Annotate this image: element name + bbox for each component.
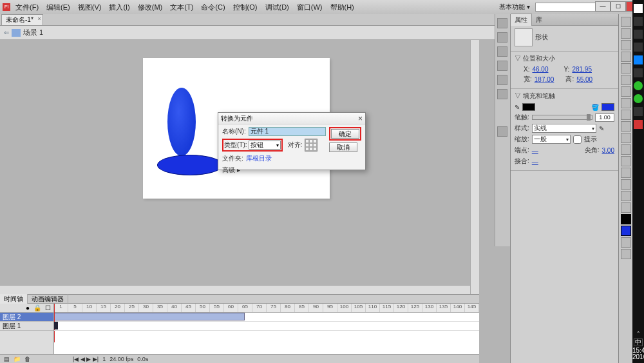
keyframe[interactable] — [54, 322, 58, 329]
dock-swatches-icon[interactable] — [497, 89, 507, 99]
delete-layer-icon[interactable]: 🗑 — [24, 356, 30, 362]
join-value[interactable]: — — [532, 158, 538, 165]
stroke-style-select[interactable]: 实线 — [532, 124, 596, 133]
folder-link[interactable]: 库根目录 — [246, 154, 272, 163]
shape-ellipse-shadow[interactable] — [157, 155, 223, 175]
menu-insert[interactable]: 插入(I) — [106, 1, 132, 14]
scale-select[interactable]: 一般 — [532, 135, 571, 144]
hand-tool-icon[interactable] — [621, 191, 631, 201]
dialog-close-icon[interactable]: × — [358, 114, 363, 123]
stroke-weight-slider[interactable] — [532, 115, 592, 120]
menu-control[interactable]: 控制(O) — [231, 1, 260, 14]
back-icon[interactable]: ⇐ — [4, 29, 9, 36]
menu-modify[interactable]: 修改(M) — [135, 1, 166, 14]
dock-align-icon[interactable] — [497, 18, 507, 28]
deco-tool-icon[interactable] — [621, 133, 631, 143]
new-layer-icon[interactable]: ▤ — [4, 356, 10, 362]
cancel-button[interactable]: 取消 — [329, 142, 357, 152]
cap-value[interactable]: — — [532, 147, 538, 154]
line-tool-icon[interactable] — [621, 86, 631, 97]
tab-library[interactable]: 库 — [532, 14, 546, 26]
menu-edit[interactable]: 编辑(E) — [44, 1, 73, 14]
menu-window[interactable]: 窗口(W) — [294, 1, 325, 14]
dock-color-icon[interactable] — [497, 75, 507, 85]
menu-commands[interactable]: 命令(C) — [198, 1, 227, 14]
visibility-icon[interactable]: ● — [26, 304, 30, 311]
text-tool-icon[interactable] — [621, 75, 631, 85]
win-start-icon[interactable] — [634, 4, 643, 13]
win-search-icon[interactable] — [634, 17, 643, 26]
window-min-button[interactable]: — — [595, 1, 611, 12]
miter-value[interactable]: 3.00 — [602, 147, 614, 154]
swap-colors-icon[interactable] — [621, 237, 631, 248]
workspace-switcher[interactable]: 基本功能 ▾ — [497, 1, 533, 13]
zoom-tool-icon[interactable] — [621, 202, 631, 213]
menu-help[interactable]: 帮助(H) — [328, 1, 357, 14]
close-tab-icon[interactable]: × — [38, 15, 41, 22]
subselect-tool-icon[interactable] — [621, 28, 631, 39]
stroke-color-swatch[interactable] — [522, 103, 535, 111]
edit-style-icon[interactable]: ✎ — [599, 125, 604, 132]
dock-info-icon[interactable] — [497, 32, 507, 43]
bucket-tool-icon[interactable] — [621, 156, 631, 166]
section-position-size[interactable]: ▽ 位置和大小 — [515, 54, 614, 63]
h-value[interactable]: 55.00 — [576, 76, 592, 83]
dock-library-icon[interactable] — [497, 126, 507, 137]
lasso-tool-icon[interactable] — [621, 52, 631, 62]
win-explorer-icon[interactable] — [634, 43, 643, 52]
bone-tool-icon[interactable] — [621, 144, 631, 155]
y-value[interactable]: 281.95 — [572, 66, 592, 73]
stroke-swatch[interactable] — [621, 214, 631, 224]
free-transform-tool-icon[interactable] — [621, 40, 631, 50]
symbol-type-select[interactable]: 按钮 — [249, 141, 281, 150]
registration-grid[interactable] — [305, 139, 317, 152]
ok-button[interactable]: 确定 — [331, 129, 359, 139]
selection-tool-icon[interactable] — [621, 17, 631, 27]
shape-ellipse-vertical[interactable] — [167, 88, 196, 156]
brush-tool-icon[interactable] — [621, 121, 631, 132]
system-clock[interactable]: ˄ 中 15:46 2016/7/21 — [632, 86, 644, 360]
menu-file[interactable]: 文件(F) — [13, 1, 41, 14]
rect-tool-icon[interactable] — [621, 98, 631, 108]
section-fill-stroke[interactable]: ▽ 填充和笔触 — [515, 92, 614, 101]
highlight-ok: 确定 — [329, 127, 361, 141]
tab-timeline[interactable]: 时间轴 — [0, 294, 28, 304]
eyedropper-tool-icon[interactable] — [621, 168, 631, 178]
layer-row-2[interactable]: 图层 2 — [0, 313, 53, 322]
snap-icon[interactable] — [621, 249, 631, 259]
symbol-name-input[interactable] — [249, 127, 326, 136]
pencil-tool-icon[interactable] — [621, 110, 631, 120]
dock-transform-icon[interactable] — [497, 46, 507, 57]
advanced-toggle[interactable]: 高级 ▸ — [222, 166, 240, 175]
stroke-weight-value[interactable]: 1.00 — [595, 113, 614, 122]
fill-color-swatch[interactable] — [601, 103, 614, 111]
menu-debug[interactable]: 调试(D) — [263, 1, 292, 14]
frame-ruler[interactable]: 1510152025303540455055606570758085909510… — [54, 304, 479, 313]
frames-area[interactable] — [54, 313, 479, 354]
new-folder-icon[interactable]: 📁 — [14, 356, 21, 362]
pen-tool-icon[interactable] — [621, 63, 631, 74]
outline-icon[interactable]: ☐ — [45, 304, 51, 311]
tween-span[interactable] — [54, 313, 245, 320]
win-taskview-icon[interactable] — [634, 30, 643, 39]
hinting-checkbox[interactable] — [573, 135, 582, 144]
dock-codesnip-icon[interactable] — [497, 61, 507, 71]
win-store-icon[interactable] — [634, 68, 643, 77]
tray-icons[interactable]: ˄ — [632, 331, 644, 337]
window-max-button[interactable]: ☐ — [611, 1, 626, 12]
tab-properties[interactable]: 属性 — [511, 14, 532, 26]
fill-swatch[interactable] — [621, 226, 631, 236]
eraser-tool-icon[interactable] — [621, 179, 631, 190]
layer-row-1[interactable]: 图层 1 — [0, 322, 53, 331]
lock-icon[interactable]: 🔒 — [33, 304, 41, 311]
dialog-titlebar[interactable]: 转换为元件 × — [218, 113, 365, 124]
w-value[interactable]: 187.00 — [535, 76, 554, 83]
tab-motion-editor[interactable]: 动画编辑器 — [28, 294, 68, 304]
win-edge-icon[interactable] — [634, 55, 643, 64]
menu-view[interactable]: 视图(V) — [75, 1, 104, 14]
x-value[interactable]: 46.00 — [532, 66, 548, 73]
stage-h-scrollbar[interactable] — [0, 285, 479, 294]
stage-v-scrollbar[interactable] — [470, 40, 479, 294]
menu-text[interactable]: 文本(T) — [167, 1, 196, 14]
document-tab[interactable]: 未命名-1* × — [1, 14, 43, 25]
